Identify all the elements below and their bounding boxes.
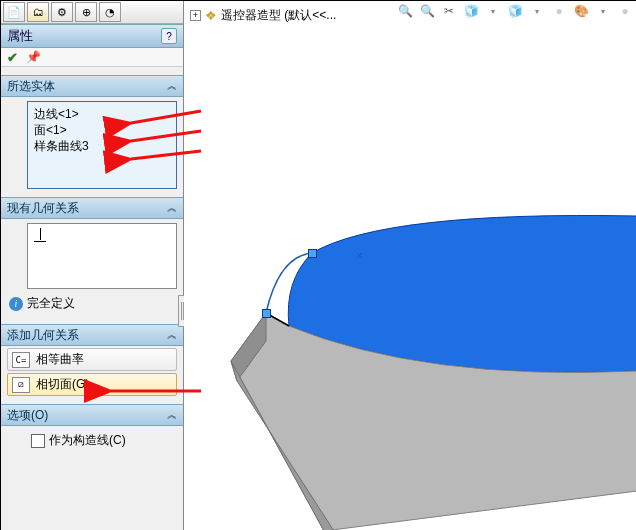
tab-feature[interactable]: 📄 [3, 2, 25, 22]
list-item[interactable]: 边线<1> [34, 106, 170, 122]
panel-title-bar: 属性 ? [1, 24, 183, 48]
info-icon: i [9, 297, 23, 311]
definition-status-row: i 完全定义 [1, 291, 183, 316]
section-header-options[interactable]: 选项(O) ︽ [1, 404, 183, 426]
list-item[interactable]: 样条曲线3 [34, 138, 170, 154]
chevron-up-icon: ︽ [167, 79, 177, 93]
tab-dimxpert[interactable]: ⊕ [75, 2, 97, 22]
section-header-existing[interactable]: 现有几何关系 ︽ [1, 197, 183, 219]
pin-icon[interactable]: 📌 [26, 50, 41, 64]
definition-status-text: 完全定义 [27, 295, 75, 312]
section-options: 选项(O) ︽ 作为构造线(C) [1, 404, 183, 455]
confirm-row: ✔ 📌 [1, 48, 183, 67]
equal-curvature-button[interactable]: C= 相等曲率 [7, 348, 177, 371]
section-existing-relations: 现有几何关系 ︽ i 完全定义 [1, 197, 183, 316]
checkbox-unchecked[interactable] [31, 434, 45, 448]
section-header-selected[interactable]: 所选实体 ︽ [1, 75, 183, 97]
chevron-up-icon: ︽ [167, 328, 177, 342]
spline-endpoint[interactable] [262, 309, 271, 318]
panel-tabstrip: 📄 🗂 ⚙ ⊕ ◔ [1, 1, 183, 24]
section-title: 添加几何关系 [7, 327, 79, 344]
existing-relations-list[interactable] [27, 223, 177, 289]
tangent-face-button[interactable]: ⧄ 相切面(G) [7, 373, 177, 396]
help-icon[interactable]: ? [161, 28, 177, 44]
equal-curvature-icon: C= [12, 352, 30, 368]
ok-icon[interactable]: ✔ [7, 50, 18, 65]
list-item[interactable]: 面<1> [34, 122, 170, 138]
panel-title: 属性 [7, 27, 33, 45]
button-label: 相切面(G) [36, 376, 89, 393]
point-marker: × [356, 249, 363, 263]
selected-entities-list[interactable]: 边线<1> 面<1> 样条曲线3 [27, 101, 177, 189]
perpendicular-icon [34, 228, 48, 242]
tangent-face-icon: ⧄ [12, 377, 30, 393]
section-selected-entities: 所选实体 ︽ 边线<1> 面<1> 样条曲线3 [1, 75, 183, 189]
graphics-viewport[interactable]: 🔍 🔍 ✂ 🧊 ▾ 🧊 ▾ ● 🎨 ▾ ● + ❖ 遥控器造型 (默认<<... [184, 1, 636, 530]
app-frame: 📄 🗂 ⚙ ⊕ ◔ 属性 ? ✔ 📌 所选实体 ︽ 边线<1> 面<1> 样条曲… [0, 0, 636, 530]
tab-property[interactable]: 🗂 [27, 2, 49, 22]
option-label: 作为构造线(C) [49, 432, 126, 449]
property-manager-panel: 📄 🗂 ⚙ ⊕ ◔ 属性 ? ✔ 📌 所选实体 ︽ 边线<1> 面<1> 样条曲… [1, 1, 184, 530]
chevron-up-icon: ︽ [167, 201, 177, 215]
tab-appearance[interactable]: ◔ [99, 2, 121, 22]
button-label: 相等曲率 [36, 351, 84, 368]
tab-config[interactable]: ⚙ [51, 2, 73, 22]
chevron-up-icon: ︽ [167, 408, 177, 422]
section-title: 所选实体 [7, 78, 55, 95]
spline-endpoint[interactable] [308, 249, 317, 258]
section-title: 选项(O) [7, 407, 48, 424]
section-add-relations: 添加几何关系 ︽ C= 相等曲率 ⧄ 相切面(G) [1, 324, 183, 396]
model-geometry [184, 1, 636, 530]
section-title: 现有几何关系 [7, 200, 79, 217]
construction-line-option[interactable]: 作为构造线(C) [1, 426, 183, 455]
section-header-add[interactable]: 添加几何关系 ︽ [1, 324, 183, 346]
